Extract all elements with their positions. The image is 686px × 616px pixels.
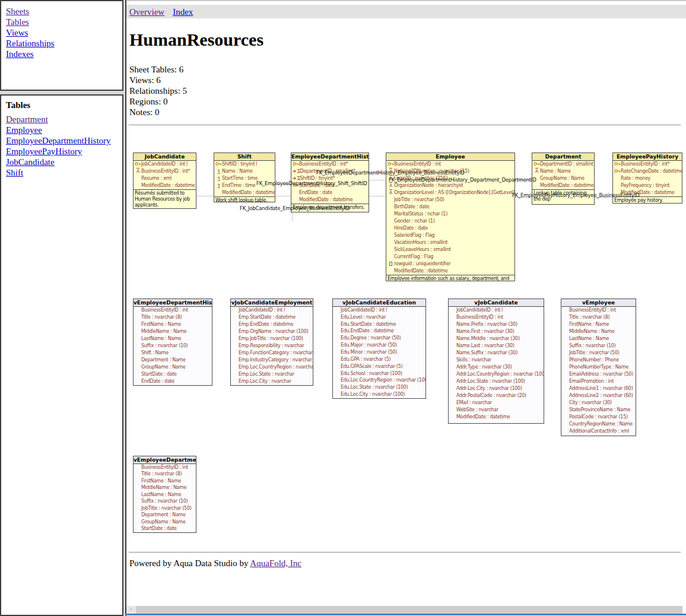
attribute-row: StartDate : date (291, 182, 369, 189)
attribute-text: ModifiedDate : datetime (141, 182, 195, 189)
attribute-text: JobTitle : nvarchar (50) (141, 505, 192, 512)
relationship-line (515, 180, 532, 180)
attribute-text: Emp.StartDate : datetime (239, 314, 296, 321)
entity-title: Employee (386, 153, 514, 161)
attribute-row: Edu.GPAScale : nvarchar (5) (333, 363, 425, 370)
attribute-text: ModifiedDate : datetime (540, 182, 593, 189)
entity-comment: Work shift lookup table. (214, 196, 275, 202)
tables-nav-item-employeepayhistory[interactable]: EmployeePayHistory (6, 146, 122, 157)
attribute-row: Emp.FunctionCategory : nvarchar (231, 350, 313, 357)
attribute-row: AddressLine1 : nvarchar (60) (561, 385, 636, 392)
attribute-row: FirstName : Name (561, 321, 636, 328)
attribute-text: EmailAddress : nvarchar (50) (569, 371, 633, 378)
view-entity-vJobCandidate[interactable]: vJobCandidateJobCandidateID : intIBusine… (448, 299, 544, 424)
table-entity-Shift[interactable]: ShiftShiftID : tinyintIʒName : NameʒStar… (214, 153, 275, 202)
attribute-row: BusinessEntityID : int (134, 464, 196, 471)
attribute-row: rowguid : uniqueidentifier (386, 261, 514, 268)
attribute-row: Edu.Minor : nvarchar (50) (333, 349, 425, 356)
primary-key-icon (614, 169, 621, 174)
attribute-text: SickLeaveHours : smallint (394, 246, 451, 253)
attribute-text: ModifiedDate : datetime (222, 189, 275, 196)
nav-item-sheets[interactable]: Sheets (6, 6, 122, 17)
tables-nav-item-employeedepartmenthistory[interactable]: EmployeeDepartmentHistory (6, 135, 122, 146)
primary-key-icon (215, 161, 222, 167)
attribute-text: LastName : Name (569, 335, 609, 342)
attribute-row: Name.Middle : nvarchar (30) (449, 335, 544, 342)
entity-title: Shift (214, 153, 275, 161)
attribute-row: MiddleName : Name (134, 485, 196, 492)
table-entity-JobCandidate[interactable]: JobCandidateJobCandidateID : intIABusine… (133, 153, 196, 209)
nav-item-views[interactable]: Views (6, 27, 122, 38)
attribute-row: ShiftID : tinyintI (214, 161, 275, 168)
table-entity-Department[interactable]: DepartmentDepartmentID : smallintAName :… (532, 153, 595, 205)
attribute-text: City : nvarchar (30) (569, 399, 612, 407)
attribute-text: ModifiedDate : datetime (621, 189, 674, 196)
attribute-row: JobTitle : nvarchar (50) (134, 505, 196, 512)
attribute-text: BusinessEntityID : int* (621, 161, 669, 168)
attribute-text: StartDate : date (299, 182, 335, 189)
attribute-text: Edu.Level : nvarchar (341, 314, 386, 321)
attribute-row: Addr.PostalCode : nvarchar (20) (449, 392, 544, 399)
unique-index-icon: A (533, 169, 540, 174)
view-entity-vJobCandidateEducation[interactable]: vJobCandidateEducationJobCandidateID : i… (332, 299, 426, 399)
attribute-text: MaritalStatus : nchar (1) (394, 211, 447, 218)
rowguid-icon (388, 262, 394, 267)
attribute-text: GroupName : Name (141, 519, 186, 526)
attribute-row: EmailAddress : nvarchar (50) (561, 371, 636, 378)
scroll-left-arrow-icon[interactable]: ‹ (126, 606, 136, 614)
nav-item-tables[interactable]: Tables (6, 17, 122, 27)
attribute-text: Emp.FunctionCategory : nvarchar (239, 350, 313, 357)
attribute-text: Emp.Loc.State : nvarchar (239, 371, 294, 378)
topbar-link-index[interactable]: Index (173, 7, 193, 17)
attribute-text: Name.Prefix : nvarchar (30) (456, 321, 517, 328)
attribute-text: Department : Name (141, 357, 186, 364)
attribute-text: EMail : nvarchar (456, 399, 492, 407)
attribute-row: Name.Last : nvarchar (30) (449, 342, 544, 350)
view-entity-vEmployeeDepartment[interactable]: vEmployeeDepartmentBusinessEntityID : in… (133, 456, 196, 533)
attribute-text: Emp.OrgName : nvarchar (100) (239, 328, 309, 335)
table-entity-EmployeePayHistory[interactable]: EmployeePayHistoryBusinessEntityID : int… (612, 153, 682, 204)
view-entity-vEmployeeDepartmentHistory[interactable]: vEmployeeDepartmentHistoryBusinessEntity… (133, 299, 212, 386)
attribute-text: Name : Name (222, 168, 253, 175)
stat-line: Sheet Tables: 6 (129, 64, 187, 75)
attribute-text: JobCandidateID : int (341, 307, 385, 314)
table-entity-EmployeeDepartmentHistory[interactable]: EmployeeDepartmentHistoryBusinessEntityI… (291, 153, 369, 212)
attribute-text: Skills : nvarchar (456, 357, 491, 364)
index-icon: ʒ (215, 176, 222, 181)
attribute-row: City : nvarchar (30) (561, 399, 636, 407)
attribute-text: JobCandidateID : int (456, 307, 500, 314)
attribute-text: StartTime : time (222, 175, 258, 182)
horizontal-scrollbar[interactable]: ‹ (126, 606, 682, 614)
attribute-row: PayFrequency : tinyint (613, 182, 682, 189)
attribute-row: AOrganizationNode : hierarchyid (386, 182, 514, 189)
attribute-row: ModifiedDate : datetime (532, 182, 594, 189)
attribute-text: CountryRegionName : Name (569, 421, 633, 428)
attribute-row: GroupName : Name (134, 519, 196, 526)
attribute-text: ModifiedDate : datetime (394, 268, 447, 275)
identity-marker: I (386, 307, 387, 314)
stat-line: Notes: 0 (129, 107, 187, 118)
attribute-row: BusinessEntityID : int (561, 307, 636, 314)
attribute-text: LastName : Name (141, 491, 181, 498)
attribute-text: BusinessEntityID : int* (141, 168, 190, 175)
attribute-row: Shift : Name (134, 350, 212, 357)
tables-nav-item-employee[interactable]: Employee (6, 125, 122, 135)
attribute-text: BusinessEntityID : int* (299, 161, 348, 168)
table-entity-Employee[interactable]: EmployeeBusinessEntityID : intANationalI… (386, 153, 515, 281)
attribute-text: BirthDate : date (394, 204, 429, 211)
attribute-row: PhoneNumberType : Name (561, 364, 636, 371)
nav-item-indexes[interactable]: Indexes (6, 49, 122, 59)
attribute-row: DepartmentID : smallint (532, 161, 594, 168)
tables-nav-item-department[interactable]: Department (6, 114, 122, 125)
page-title: HumanResources (129, 30, 263, 50)
attribute-row: PhoneNumber : Phone (561, 357, 636, 364)
aquafold-link[interactable]: AquaFold, Inc (250, 558, 301, 568)
topbar-link-overview[interactable]: Overview (129, 7, 164, 17)
tables-nav-item-jobcandidate[interactable]: JobCandidate (6, 157, 122, 167)
entity-title: EmployeePayHistory (613, 153, 682, 161)
view-entity-vEmployee[interactable]: vEmployeeBusinessEntityID : intTitle : n… (561, 299, 636, 436)
tables-nav-item-shift[interactable]: Shift (6, 167, 122, 178)
attribute-text: Emp.Loc.City : nvarchar (239, 378, 291, 385)
nav-item-relationships[interactable]: Relationships (6, 38, 122, 49)
view-entity-vJobCandidateEmployment[interactable]: vJobCandidateEmploymentJobCandidateID : … (230, 299, 313, 386)
